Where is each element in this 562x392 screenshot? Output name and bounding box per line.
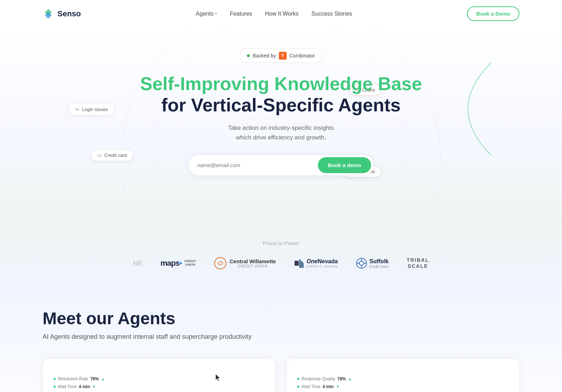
nav-agents[interactable]: Agents ▾ — [196, 11, 217, 17]
agent-card-2: Response Quality 78% ▲ Wait Time 4 min ▼ — [286, 358, 519, 392]
stat-row-wait: Wait Time 4 min ▼ — [54, 384, 265, 389]
partner-central-willamette: Central Willamette CREDIT UNION — [214, 257, 276, 270]
proud-label: Proud to Power — [43, 240, 519, 246]
card-1-stats: Resolution Rate 78% ▲ Wait Time 4 min ▼ — [54, 376, 265, 389]
stat-dot-4 — [297, 386, 299, 388]
agent-cards-row: Resolution Rate 78% ▲ Wait Time 4 min ▼ … — [43, 358, 519, 392]
logo-icon — [43, 8, 54, 20]
nav-features[interactable]: Features — [230, 11, 252, 17]
one-nevada-icon — [294, 258, 304, 269]
arrow-up-icon-2: ▲ — [348, 377, 352, 381]
card-2-stats: Response Quality 78% ▲ Wait Time 4 min ▼ — [297, 376, 508, 389]
agents-section-subtitle: AI Agents designed to augment internal s… — [43, 333, 519, 341]
proud-section: Proud to Power NE maps• CREDITUNION Cent… — [0, 222, 562, 280]
partner-logos-row: NE maps• CREDITUNION Central Willamette … — [43, 257, 519, 270]
svg-point-2 — [215, 258, 226, 269]
logo-text: Senso — [57, 9, 81, 18]
hero-section: ↪ Login Issues ▭ Credit card ↻ Loans ✉ E… — [0, 27, 562, 222]
svg-rect-3 — [294, 261, 299, 266]
stat-dot-1 — [54, 378, 56, 380]
email-form: Book a demo — [189, 155, 373, 175]
nav-how-it-works[interactable]: How It Works — [265, 11, 299, 17]
suffolk-icon — [356, 258, 367, 269]
partner-suffolk: Suffolk Credit Union — [356, 258, 389, 269]
hero-title-green: Self-Improving Knowledge Base — [43, 73, 519, 95]
navbar: Senso Agents ▾ Features How It Works Suc… — [0, 0, 562, 27]
arrow-up-icon: ▲ — [101, 377, 105, 381]
partner-tribal-scale: TRIBALSCALE — [407, 257, 429, 269]
hero-subtitle: Take action on industry-specific insight… — [43, 123, 519, 142]
svg-point-6 — [359, 261, 364, 265]
yc-badge: Backed by Y Combinator — [239, 49, 323, 63]
book-demo-cta-button[interactable]: Book a demo — [318, 157, 371, 173]
agent-card-1: Resolution Rate 78% ▲ Wait Time 4 min ▼ — [43, 358, 276, 392]
nav-book-demo-button[interactable]: Book a Demo — [467, 6, 519, 21]
arrow-down-icon-2: ▼ — [336, 385, 340, 389]
stat-row-wait-2: Wait Time 4 min ▼ — [297, 384, 508, 389]
chevron-down-icon: ▾ — [215, 11, 217, 16]
hero-title-dark: for Vertical-Specific Agents — [43, 95, 519, 116]
partner-one-nevada: OneNevada CREDIT UNION — [294, 258, 338, 269]
svg-marker-4 — [299, 259, 304, 268]
nav-links: Agents ▾ Features How It Works Success S… — [196, 11, 352, 17]
partner-maps: maps• CREDITUNION — [160, 259, 196, 268]
svg-marker-11 — [216, 374, 220, 381]
nav-success-stories[interactable]: Success Stories — [312, 11, 352, 17]
cw-icon — [214, 257, 227, 270]
yc-logo: Y — [279, 52, 287, 60]
stat-row-resolution: Resolution Rate 78% ▲ — [54, 376, 265, 381]
stat-dot-3 — [297, 378, 299, 380]
yc-dot — [247, 54, 250, 57]
logo[interactable]: Senso — [43, 8, 81, 20]
badge-credit-card: ▭ Credit card — [92, 150, 133, 161]
arrow-down-icon: ▼ — [92, 385, 96, 389]
partial-logo: NE — [133, 259, 143, 267]
cursor-indicator — [216, 374, 221, 381]
stat-dot-2 — [54, 386, 56, 388]
email-input[interactable] — [197, 162, 318, 168]
stat-row-quality: Response Quality 78% ▲ — [297, 376, 508, 381]
agents-section-title: Meet our Agents — [43, 309, 519, 328]
credit-card-icon: ▭ — [97, 153, 101, 158]
agents-section: Meet our Agents AI Agents designed to au… — [0, 280, 562, 392]
